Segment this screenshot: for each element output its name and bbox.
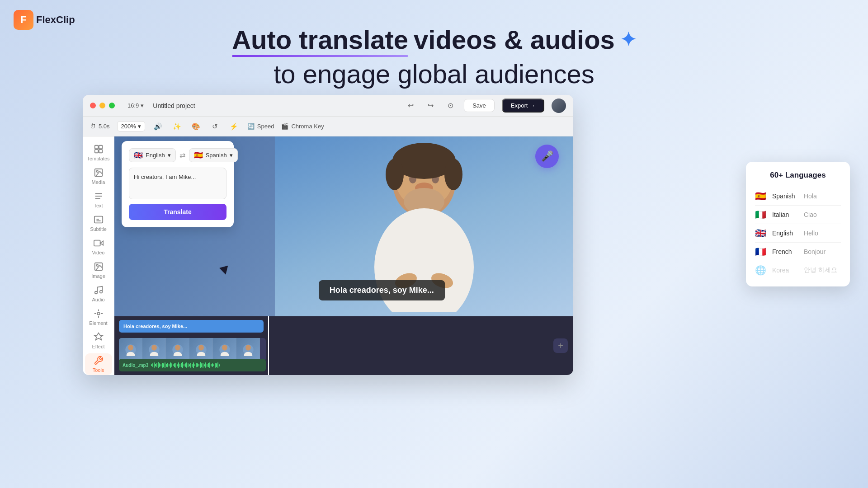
svg-point-39 — [222, 345, 227, 351]
mic-button[interactable]: 🎤 — [535, 145, 559, 168]
sidebar-label-subtitle: Subtitle — [90, 226, 107, 232]
lang-selector-row: 🇬🇧 English ▾ ⇄ 🇪🇸 Spanish ▾ — [129, 148, 226, 162]
wave-bar — [165, 362, 165, 368]
lang-entry-italian: 🇮🇹 Italian Ciao — [755, 206, 841, 224]
sparkle-icon: ✦ — [620, 29, 636, 51]
wave-bar — [197, 363, 198, 367]
source-lang-button[interactable]: 🇬🇧 English ▾ — [129, 148, 176, 162]
svg-point-11 — [94, 291, 97, 294]
traffic-dot-red[interactable] — [90, 103, 96, 108]
wave-bar — [181, 363, 182, 367]
sidebar-item-effect[interactable]: Effect — [85, 330, 112, 352]
wave-bar — [188, 363, 189, 367]
timeline-add-button[interactable]: + — [553, 338, 568, 353]
sidebar-item-templates[interactable]: Templates — [85, 142, 112, 164]
english-hello: Hello — [804, 230, 818, 237]
main-content: 🇬🇧 English ▾ ⇄ 🇪🇸 Spanish ▾ Hi creators,… — [114, 136, 573, 375]
wave-bar — [185, 363, 186, 367]
redo-button[interactable]: ↪ — [424, 99, 437, 112]
english-name: English — [772, 230, 799, 237]
chroma-key[interactable]: 🎬 Chroma Key — [281, 123, 324, 130]
sidebar-label-element: Element — [89, 320, 107, 326]
titlebar-actions: ↩ ↪ ⊙ Save Export → — [404, 99, 566, 113]
app-window: 16:9 ▾ Untitled project ↩ ↪ ⊙ Save Expor… — [83, 95, 573, 375]
wave-bar — [177, 364, 178, 366]
sidebar-item-subtitle[interactable]: Subtitle — [85, 212, 112, 234]
translation-input[interactable]: Hi creators, I am Mike... — [129, 168, 226, 199]
timeline-subtitle-track[interactable]: Hola creadores, soy Mike... — [119, 320, 264, 333]
spanish-hello: Hola — [804, 192, 817, 200]
wave-bar — [201, 363, 202, 367]
target-lang-button[interactable]: 🇪🇸 Spanish ▾ — [189, 148, 238, 162]
wave-bar — [170, 362, 171, 368]
lang-entry-korea: 🌐 Korea 안녕 하세요 — [755, 261, 841, 279]
translate-button[interactable]: Translate — [129, 204, 226, 220]
playhead[interactable] — [268, 316, 269, 375]
sidebar-item-video[interactable]: Video — [85, 236, 112, 258]
languages-panel-title: 60+ Languages — [755, 171, 841, 180]
korea-flag: 🌐 — [755, 265, 768, 276]
swap-icon[interactable]: ⇄ — [179, 151, 185, 160]
paint-icon[interactable]: 🎨 — [190, 121, 202, 132]
trim-icon[interactable]: ⚡ — [228, 121, 240, 132]
wave-bar — [160, 364, 161, 366]
wave-bar — [194, 364, 195, 366]
target-flag: 🇪🇸 — [194, 151, 203, 160]
sidebar-item-text[interactable]: Text — [85, 189, 112, 211]
export-button[interactable]: Export → — [502, 99, 544, 113]
wave-bar — [178, 362, 179, 368]
sidebar-item-image[interactable]: Image — [85, 259, 112, 281]
wave-bar — [208, 363, 209, 367]
lang-entry-french: 🇫🇷 French Bonjour — [755, 243, 841, 261]
wave-bar — [213, 364, 214, 366]
sidebar-item-audio[interactable]: Audio — [85, 283, 112, 305]
italian-hello: Ciao — [804, 211, 817, 218]
toolbar-time: ⏱ 5.0s — [90, 123, 110, 130]
zoom-control[interactable]: 200% ▾ — [117, 121, 145, 131]
wave-bar — [205, 362, 206, 368]
lang-entry-english: 🇬🇧 English Hello — [755, 224, 841, 243]
traffic-dot-yellow[interactable] — [99, 103, 105, 108]
wave-bar — [155, 364, 156, 366]
project-ratio[interactable]: 16:9 ▾ — [127, 102, 144, 109]
wave-bar — [169, 364, 170, 366]
wave-bar — [186, 362, 187, 368]
wave-bar — [189, 364, 190, 366]
video-thumb-1 — [119, 338, 142, 361]
svg-point-36 — [198, 345, 204, 351]
svg-point-42 — [245, 345, 251, 351]
sidebar-item-element[interactable]: Element — [85, 306, 112, 328]
hero-line1: Auto translate videos & audios ✦ — [231, 25, 637, 55]
sidebar-label-effect: Effect — [92, 344, 105, 349]
svg-point-10 — [96, 264, 98, 266]
volume-icon[interactable]: 🔊 — [152, 121, 164, 132]
svg-rect-3 — [99, 150, 102, 153]
svg-rect-0 — [94, 145, 98, 149]
wand-icon[interactable]: ✨ — [171, 121, 183, 132]
svg-point-13 — [97, 312, 100, 315]
undo-button[interactable]: ↩ — [404, 99, 417, 112]
svg-point-30 — [151, 345, 157, 351]
wave-bar — [217, 362, 218, 368]
wave-bar — [184, 364, 184, 366]
video-thumb-2 — [142, 338, 166, 361]
video-strip[interactable] — [119, 338, 266, 361]
traffic-dot-green[interactable] — [109, 103, 115, 108]
titlebar: 16:9 ▾ Untitled project ↩ ↪ ⊙ Save Expor… — [83, 95, 573, 117]
speed-control[interactable]: 🔄 Speed — [247, 123, 274, 130]
french-hello: Bonjour — [804, 248, 826, 255]
wave-bar — [190, 363, 191, 368]
save-button[interactable]: Save — [464, 99, 495, 112]
wave-bar — [156, 363, 157, 367]
hero-bold-text: Auto translate — [232, 25, 408, 55]
sidebar-item-media[interactable]: Media — [85, 165, 112, 187]
settings-button[interactable]: ⊙ — [444, 99, 457, 112]
canvas-area: 🇬🇧 English ▾ ⇄ 🇪🇸 Spanish ▾ Hi creators,… — [114, 136, 573, 316]
flip-icon[interactable]: ↺ — [209, 121, 221, 132]
svg-point-27 — [128, 345, 133, 351]
svg-point-12 — [99, 291, 102, 293]
wave-bar — [152, 363, 153, 367]
audio-track: Audio_.mp3 — [119, 359, 266, 371]
sidebar-label-media: Media — [92, 179, 105, 185]
sidebar-item-tools[interactable]: Tools — [85, 353, 112, 375]
